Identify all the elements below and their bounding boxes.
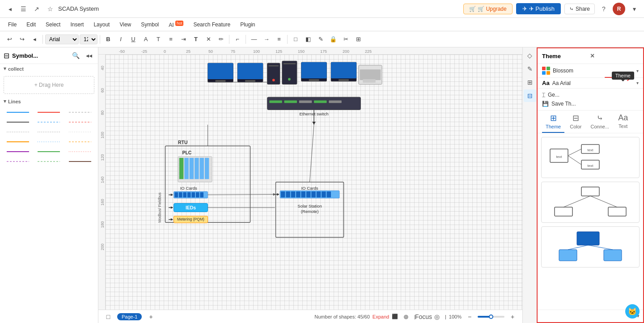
list-item[interactable] bbox=[4, 109, 32, 116]
focus-button[interactable]: Focus bbox=[418, 311, 429, 322]
ai-assistant-button[interactable]: 🐱 bbox=[625, 304, 640, 319]
table-button[interactable]: ⊞ bbox=[352, 34, 364, 45]
canvas-area[interactable]: -50 -25 0 25 50 75 100 125 150 175 200 2… bbox=[98, 47, 522, 323]
sidebar-search-button[interactable]: 🔍 bbox=[70, 50, 81, 61]
sidebar-lines-section[interactable]: ▾ Lines bbox=[0, 97, 98, 106]
zoom-in-button[interactable]: + bbox=[507, 311, 518, 322]
undo-button[interactable]: ↩ bbox=[4, 34, 15, 45]
add-page-button[interactable]: + bbox=[145, 311, 156, 322]
cut-button[interactable]: ✂ bbox=[340, 34, 352, 45]
font-aa-icon: Aa bbox=[542, 80, 550, 86]
tab-connector[interactable]: ⤷ Conne... bbox=[587, 110, 613, 133]
container-button[interactable]: □ bbox=[290, 34, 301, 45]
menu-ai[interactable]: AI hot bbox=[164, 20, 188, 30]
sidebar-collapse-button[interactable]: ◂◂ bbox=[84, 50, 94, 61]
list-item[interactable] bbox=[66, 148, 94, 155]
svg-rect-77 bbox=[195, 158, 199, 179]
drag-here-area[interactable]: + Drag Here bbox=[4, 76, 94, 94]
menu-plugin[interactable]: Plugin bbox=[236, 20, 259, 29]
svg-text:text: text bbox=[588, 164, 594, 168]
lock-button[interactable]: 🔒 bbox=[327, 34, 339, 45]
page-tab-1[interactable]: Page-1 bbox=[117, 313, 142, 320]
redo-button[interactable]: ↪ bbox=[16, 34, 28, 45]
publish-button[interactable]: ✈ ✈ Publish bbox=[516, 3, 561, 14]
theme-card-1[interactable]: text text text bbox=[541, 137, 640, 178]
font-color-button[interactable]: A bbox=[140, 34, 152, 45]
list-item[interactable] bbox=[35, 148, 64, 155]
star-button[interactable]: ☆ bbox=[45, 4, 55, 14]
list-item[interactable] bbox=[4, 138, 32, 145]
save-action[interactable]: 💾 Save Th... bbox=[542, 99, 639, 108]
zoom-out-button[interactable]: − bbox=[464, 311, 475, 322]
export-button[interactable]: ↗ bbox=[31, 4, 42, 14]
bold-button[interactable]: B bbox=[102, 34, 114, 45]
tab-text[interactable]: Aa Text bbox=[614, 110, 631, 133]
list-item[interactable] bbox=[35, 119, 64, 126]
zoom-slider[interactable] bbox=[478, 316, 504, 318]
connector-button[interactable]: ⌐ bbox=[232, 34, 243, 45]
expand-link[interactable]: Expand bbox=[373, 314, 389, 319]
right-icon-theme-active[interactable]: ⊟ bbox=[524, 89, 536, 102]
text-button[interactable]: T bbox=[153, 34, 164, 45]
align-button[interactable]: ≡ bbox=[165, 34, 177, 45]
clear-button[interactable]: ✕ bbox=[203, 34, 214, 45]
list-item[interactable] bbox=[4, 128, 32, 136]
list-item[interactable] bbox=[66, 128, 94, 136]
menu-select[interactable]: Select bbox=[41, 20, 65, 29]
list-item[interactable] bbox=[35, 138, 64, 145]
avatar[interactable]: R bbox=[613, 3, 625, 15]
italic-button[interactable]: I bbox=[115, 34, 127, 45]
menu-layout[interactable]: Layout bbox=[89, 20, 114, 29]
list-item[interactable] bbox=[35, 109, 64, 116]
right-icon-grid[interactable]: ⊞ bbox=[524, 76, 536, 89]
more-button[interactable]: ▾ bbox=[629, 4, 640, 14]
line-style-button[interactable]: — bbox=[248, 34, 260, 45]
menu-search[interactable]: Search Feature bbox=[189, 20, 235, 29]
theme-close-button[interactable]: × bbox=[590, 52, 639, 60]
toolbar-back-button[interactable]: ◂ bbox=[29, 34, 40, 45]
generate-action[interactable]: ⌶ Ge... bbox=[542, 90, 639, 99]
font-size-select[interactable]: 12 bbox=[80, 34, 97, 44]
list-item[interactable] bbox=[4, 119, 32, 126]
tab-color[interactable]: ⊟ Color bbox=[566, 110, 585, 133]
list-item[interactable] bbox=[66, 138, 94, 145]
menu-edit[interactable]: Edit bbox=[22, 20, 40, 29]
sidebar-toggle-button[interactable]: ☰ bbox=[18, 4, 29, 14]
menu-insert[interactable]: Insert bbox=[66, 20, 88, 29]
menu-symbol[interactable]: Symbol bbox=[136, 20, 163, 29]
svg-rect-140 bbox=[559, 250, 577, 261]
upgrade-button[interactable]: 🛒 🛒 Upgrade bbox=[463, 4, 512, 14]
help-button[interactable]: ? bbox=[598, 4, 609, 14]
sidebar-collect-section[interactable]: ▾ collect bbox=[0, 64, 98, 73]
pen-button[interactable]: ✏ bbox=[215, 34, 227, 45]
right-icon-diamond[interactable]: ◇ bbox=[524, 49, 536, 62]
right-icon-edit[interactable]: ✎ bbox=[524, 63, 536, 75]
back-button[interactable]: ◂ bbox=[4, 4, 15, 14]
list-item[interactable] bbox=[4, 158, 32, 165]
menu-view[interactable]: View bbox=[115, 20, 136, 29]
tab-theme[interactable]: ⊞ Theme bbox=[542, 110, 564, 133]
line-weight-button[interactable]: ≡ bbox=[273, 34, 285, 45]
theme-card-2[interactable] bbox=[541, 182, 640, 223]
list-item[interactable] bbox=[66, 158, 94, 165]
canvas-content[interactable]: Ethernet switch RTU PLC bbox=[106, 55, 522, 310]
font-family-select[interactable]: Arial bbox=[45, 34, 79, 44]
list-item[interactable] bbox=[66, 119, 94, 126]
svg-text:140: 140 bbox=[100, 176, 105, 183]
indent-button[interactable]: ⇥ bbox=[178, 34, 189, 45]
menu-file[interactable]: File bbox=[4, 20, 21, 29]
list-item[interactable] bbox=[4, 148, 32, 155]
share-button[interactable]: ⤷ Share bbox=[564, 4, 595, 14]
theme-card-3[interactable] bbox=[541, 226, 640, 268]
underline-button[interactable]: U bbox=[127, 34, 139, 45]
text-tab-icon: Aa bbox=[618, 113, 628, 123]
list-item[interactable] bbox=[35, 128, 64, 136]
text-format-button[interactable]: T bbox=[190, 34, 202, 45]
layers-button[interactable]: ⊕ bbox=[401, 311, 411, 322]
edit-style-button[interactable]: ✎ bbox=[315, 34, 326, 45]
list-item[interactable] bbox=[66, 109, 94, 116]
arrow-button[interactable]: → bbox=[261, 34, 272, 45]
shadow-button[interactable]: ◧ bbox=[302, 34, 314, 45]
page-view-button[interactable]: □ bbox=[103, 311, 114, 322]
list-item[interactable] bbox=[35, 158, 64, 165]
